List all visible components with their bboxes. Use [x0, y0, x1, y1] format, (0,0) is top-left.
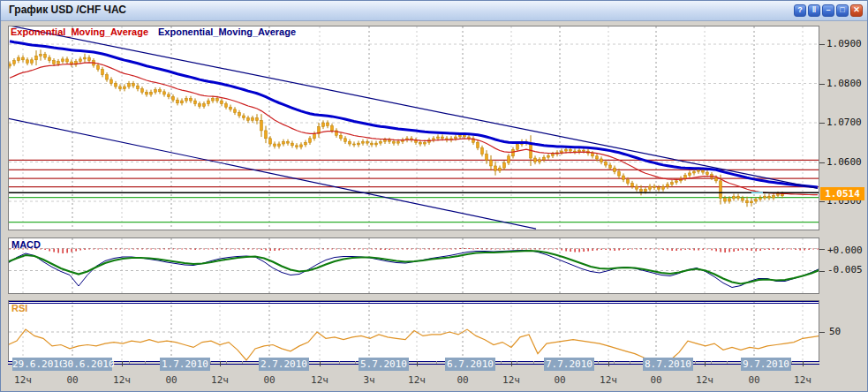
time-axis-minor-tick [501, 361, 502, 364]
ema-label-blue: Exponential_Moving_Average [158, 26, 296, 37]
minimize-button[interactable]: – [822, 4, 834, 17]
maximize-button[interactable]: □ [836, 4, 849, 17]
window-controls: ?‖–□✕ [794, 4, 863, 17]
ema-red-line [10, 63, 818, 195]
time-axis-label: 12ч [305, 374, 335, 386]
price-axis-label: 1.0800 [826, 78, 862, 89]
window-title: График USD /CHF ЧАС [9, 4, 126, 16]
price-axis-tick [819, 162, 825, 163]
title-bar[interactable]: График USD /CHF ЧАС ?‖–□✕ [1, 1, 867, 21]
time-axis-minor-tick [791, 361, 792, 364]
macd-axis-label-zero: +0.000 [827, 245, 863, 256]
indicator-axis-tick [819, 249, 825, 250]
price-axis-label: 1.0700 [826, 117, 862, 128]
rsi-pane[interactable] [8, 300, 819, 362]
time-axis-label: 00 [57, 374, 87, 386]
main-chart-pane[interactable] [8, 26, 819, 230]
time-axis-label: 00 [739, 374, 769, 386]
time-axis-label: 12ч [496, 374, 526, 386]
macd-pane[interactable] [8, 237, 819, 294]
price-axis-tick [819, 201, 825, 202]
indicator-axis-tick [819, 271, 825, 272]
close-button[interactable]: ✕ [850, 4, 863, 17]
date-badge: 2.7.2010 [259, 358, 309, 371]
date-badge: 30.6.2010 [62, 358, 112, 371]
time-axis-label: 3ч [354, 374, 384, 386]
chart-window: График USD /CHF ЧАС ?‖–□✕ Exponential_Mo… [0, 0, 868, 392]
time-axis-minor-tick [242, 361, 243, 364]
time-axis-label: 12ч [402, 374, 432, 386]
help-button[interactable]: ? [794, 4, 806, 17]
macd-signal-line [9, 251, 819, 284]
ema-blue-line [10, 41, 818, 187]
time-axis-major-tick [220, 361, 221, 366]
time-axis-minor-tick [630, 361, 630, 364]
time-axis-minor-tick [226, 361, 227, 364]
price-axis-label: 1.0900 [826, 38, 862, 49]
time-axis-major-tick [608, 361, 609, 366]
macd-axis-label-neg: -0.005 [827, 264, 863, 275]
time-axis-minor-tick [614, 361, 615, 364]
time-axis-minor-tick [145, 361, 146, 364]
time-axis-minor-tick [533, 361, 534, 364]
time-axis-label: 12ч [205, 374, 235, 386]
time-axis-label: 12ч [107, 374, 137, 386]
time-axis-major-tick [320, 361, 321, 366]
time-axis-minor-tick [129, 361, 130, 364]
time-axis-label: 12ч [593, 374, 623, 386]
rsi-chart [9, 301, 819, 361]
date-badge: 5.7.2010 [359, 358, 409, 371]
time-axis-minor-tick [598, 361, 599, 364]
price-axis-tick [819, 123, 825, 124]
time-axis-label: 00 [545, 374, 575, 386]
price-chart [9, 26, 819, 230]
time-axis[interactable]: 29.6.201030.6.20101.7.20102.7.20105.7.20… [1, 354, 868, 392]
time-axis-minor-tick [695, 361, 696, 364]
macd-chart [9, 238, 819, 293]
date-badge: 6.7.2010 [445, 358, 495, 371]
time-axis-label: 12ч [788, 374, 818, 386]
date-badge: 7.7.2010 [544, 358, 594, 371]
time-axis-label: 00 [156, 374, 186, 386]
grid [23, 26, 803, 230]
time-axis-label: 00 [254, 374, 284, 386]
rsi-label: RSI [11, 303, 27, 313]
time-axis-major-tick [803, 361, 804, 366]
current-price-badge: 1.0514 [820, 187, 864, 200]
time-axis-label: 00 [448, 374, 478, 386]
time-axis-label: 12ч [8, 374, 38, 386]
time-axis-minor-tick [727, 361, 728, 364]
time-axis-major-tick [705, 361, 706, 366]
time-axis-minor-tick [355, 361, 356, 364]
ema-label-red: Exponential_Moving_Average [11, 26, 148, 37]
date-badge: 8.7.2010 [643, 358, 693, 371]
grid [23, 301, 803, 361]
time-axis-major-tick [417, 361, 418, 366]
time-axis-minor-tick [210, 361, 211, 364]
time-axis-line [8, 364, 819, 365]
macd-label: MACD [11, 239, 41, 250]
time-axis-major-tick [511, 361, 512, 366]
time-axis-label: 12ч [690, 374, 720, 386]
time-axis-minor-tick [711, 361, 712, 364]
price-axis-label: 1.0600 [826, 156, 862, 168]
time-axis-minor-tick [436, 361, 437, 364]
price-axis-tick [819, 44, 825, 45]
trend-line [9, 26, 818, 188]
time-axis-label: 00 [641, 374, 671, 386]
time-axis-minor-tick [339, 361, 340, 364]
trend-line [9, 118, 536, 229]
price-axis-tick [819, 84, 825, 85]
date-badge: 1.7.2010 [160, 358, 210, 371]
time-axis-major-tick [122, 361, 123, 366]
rsi-axis-label-50: 50 [829, 326, 841, 337]
time-axis-minor-tick [517, 361, 517, 364]
pause-button[interactable]: ‖ [808, 4, 820, 17]
indicator-axis-tick [819, 332, 825, 333]
date-badge: 9.7.2010 [741, 358, 791, 371]
date-badge: 29.6.2010 [12, 358, 63, 371]
grid [23, 238, 803, 293]
